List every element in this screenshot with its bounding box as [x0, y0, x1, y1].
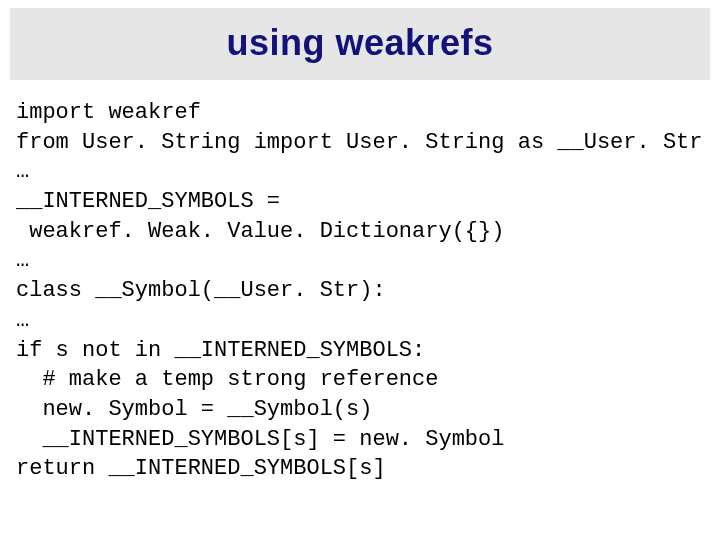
- code-line: …: [16, 308, 29, 333]
- code-line: new. Symbol = __Symbol(s): [16, 397, 372, 422]
- slide: using weakrefs import weakref from User.…: [0, 0, 720, 540]
- code-line: return __INTERNED_SYMBOLS[s]: [16, 456, 386, 481]
- code-line: from User. String import User. String as…: [16, 130, 703, 155]
- code-line: …: [16, 248, 29, 273]
- code-line: if s not in __INTERNED_SYMBOLS:: [16, 338, 425, 363]
- code-line: __INTERNED_SYMBOLS =: [16, 189, 280, 214]
- code-line: # make a temp strong reference: [16, 367, 438, 392]
- code-line: weakref. Weak. Value. Dictionary({}): [16, 219, 504, 244]
- code-line: class __Symbol(__User. Str):: [16, 278, 386, 303]
- code-line: import weakref: [16, 100, 201, 125]
- slide-title: using weakrefs: [10, 22, 710, 64]
- code-block: import weakref from User. String import …: [10, 80, 710, 484]
- title-band: using weakrefs: [10, 8, 710, 80]
- code-line: …: [16, 159, 29, 184]
- code-line: __INTERNED_SYMBOLS[s] = new. Symbol: [16, 427, 504, 452]
